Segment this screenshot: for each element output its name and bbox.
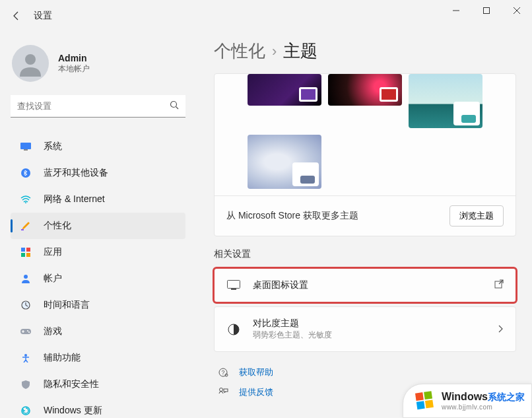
get-help-link[interactable]: ? 获取帮助 <box>214 363 516 382</box>
nav-label: 辅助功能 <box>44 352 81 364</box>
svg-point-5 <box>171 102 177 108</box>
wifi-icon <box>20 193 32 205</box>
monitor-icon <box>20 141 32 153</box>
svg-rect-32 <box>415 392 424 401</box>
update-icon <box>20 405 32 417</box>
close-button[interactable] <box>502 0 532 21</box>
svg-rect-35 <box>425 400 434 408</box>
svg-rect-34 <box>416 401 425 409</box>
minimize-button[interactable] <box>441 0 471 21</box>
desktop-icons-setting[interactable]: 桌面图标设置 <box>214 268 516 302</box>
svg-point-21 <box>24 354 27 357</box>
watermark: Windows系统之家 www.bjjmlv.com <box>403 384 532 418</box>
theme-thumbnail[interactable] <box>248 135 321 189</box>
svg-point-4 <box>25 54 36 65</box>
theme-thumbnail[interactable] <box>248 74 321 106</box>
svg-point-10 <box>25 202 26 203</box>
nav-bluetooth[interactable]: 蓝牙和其他设备 <box>11 160 185 186</box>
user-block[interactable]: Admin 本地帐户 <box>11 38 198 95</box>
accessibility-icon <box>20 352 32 364</box>
open-external-icon <box>494 279 504 291</box>
avatar <box>12 45 49 82</box>
user-name: Admin <box>58 53 90 63</box>
nav-apps[interactable]: 应用 <box>11 239 185 265</box>
window-controls <box>441 0 532 21</box>
user-subtitle: 本地帐户 <box>58 63 90 75</box>
nav-label: 个性化 <box>44 220 71 232</box>
nav-gaming[interactable]: 游戏 <box>11 318 185 345</box>
svg-point-16 <box>24 275 28 279</box>
nav-time-language[interactable]: 时间和语言 <box>11 292 185 318</box>
setting-title: 对比度主题 <box>253 318 486 330</box>
bluetooth-icon <box>20 167 32 179</box>
nav-windows-update[interactable]: Windows 更新 <box>11 398 185 418</box>
svg-point-20 <box>28 331 30 333</box>
setting-description: 弱势彩色主题、光敏度 <box>253 330 486 341</box>
section-related-title: 相关设置 <box>214 248 516 260</box>
svg-point-19 <box>27 330 28 331</box>
nav-label: 网络 & Internet <box>44 193 105 205</box>
theme-grid <box>215 74 515 195</box>
theme-thumbnail[interactable] <box>409 74 482 128</box>
svg-rect-15 <box>26 253 30 257</box>
nav-label: 系统 <box>44 141 62 153</box>
window-title: 设置 <box>34 10 52 22</box>
svg-text:?: ? <box>221 369 224 376</box>
theme-thumbnail[interactable] <box>328 74 402 106</box>
back-button[interactable] <box>3 3 30 29</box>
svg-rect-12 <box>21 248 25 252</box>
svg-line-6 <box>176 107 179 110</box>
search-box <box>11 95 185 118</box>
contrast-icon <box>226 324 241 335</box>
nav-label: 隐私和安全性 <box>44 378 99 390</box>
chevron-right-icon <box>498 324 504 335</box>
svg-point-9 <box>21 168 30 178</box>
watermark-suffix: 系统之家 <box>488 392 525 402</box>
search-icon[interactable] <box>170 100 179 112</box>
nav-network[interactable]: 网络 & Internet <box>11 186 185 213</box>
contrast-theme-setting[interactable]: 对比度主题 弱势彩色主题、光敏度 <box>214 306 516 352</box>
breadcrumb-parent[interactable]: 个性化 <box>214 40 265 63</box>
themes-card: 从 Microsoft Store 获取更多主题 浏览主题 <box>214 73 516 236</box>
help-icon: ? <box>216 367 230 378</box>
chevron-right-icon: › <box>272 43 277 60</box>
nav-list: 系统 蓝牙和其他设备 网络 & Internet 个性化 应用 帐户 时间和语言 <box>11 133 198 418</box>
help-link-label: 获取帮助 <box>239 366 273 378</box>
svg-rect-1 <box>484 8 490 14</box>
breadcrumb-current: 主题 <box>283 40 317 63</box>
nav-label: 游戏 <box>44 326 62 337</box>
nav-personalization[interactable]: 个性化 <box>11 213 185 239</box>
maximize-button[interactable] <box>471 0 502 21</box>
browse-themes-button[interactable]: 浏览主题 <box>449 205 504 226</box>
nav-accessibility[interactable]: 辅助功能 <box>11 345 185 371</box>
sidebar: Admin 本地帐户 系统 蓝牙和其他设备 网络 & Internet 个性化 … <box>0 32 198 418</box>
nav-privacy[interactable]: 隐私和安全性 <box>11 371 185 398</box>
nav-system[interactable]: 系统 <box>11 133 185 160</box>
breadcrumb: 个性化 › 主题 <box>214 40 516 63</box>
feedback-icon <box>216 387 230 398</box>
watermark-brand: Windows <box>442 391 488 402</box>
svg-rect-33 <box>424 391 432 400</box>
nav-label: 帐户 <box>44 273 62 285</box>
setting-title: 桌面图标设置 <box>253 279 482 291</box>
svg-point-30 <box>220 388 223 392</box>
svg-rect-7 <box>20 143 31 149</box>
nav-label: 蓝牙和其他设备 <box>44 167 108 179</box>
title-bar: 设置 <box>0 0 532 32</box>
svg-rect-23 <box>228 281 240 289</box>
search-input[interactable] <box>11 95 185 118</box>
store-row: 从 Microsoft Store 获取更多主题 浏览主题 <box>215 195 515 236</box>
svg-rect-14 <box>21 253 25 257</box>
apps-icon <box>20 246 32 258</box>
svg-rect-11 <box>21 229 24 230</box>
desktop-icon <box>226 280 241 291</box>
svg-rect-8 <box>24 149 28 151</box>
svg-rect-13 <box>26 248 30 252</box>
nav-accounts[interactable]: 帐户 <box>11 265 185 292</box>
brush-icon <box>20 220 32 232</box>
clock-globe-icon <box>20 299 32 311</box>
svg-rect-31 <box>224 389 228 392</box>
svg-rect-24 <box>231 289 236 290</box>
nav-label: 应用 <box>44 246 62 258</box>
nav-label: Windows 更新 <box>44 405 102 417</box>
